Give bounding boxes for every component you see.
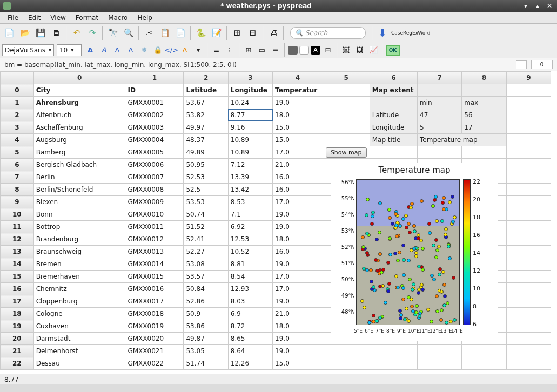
cell[interactable]: 47 <box>418 109 462 121</box>
cell[interactable] <box>506 357 551 370</box>
border-style-icon[interactable]: ▭ <box>256 44 268 56</box>
cell[interactable]: Bremerhaven <box>33 271 125 283</box>
cell[interactable]: GMXX0013 <box>125 246 184 258</box>
cell[interactable]: Bottrop <box>33 221 125 233</box>
cell[interactable]: 53.82 <box>184 109 228 121</box>
chart-icon[interactable]: 📈 <box>367 44 379 56</box>
code-icon[interactable]: </> <box>165 44 177 56</box>
cell[interactable] <box>370 146 417 159</box>
cell[interactable] <box>370 345 417 357</box>
cell[interactable]: 18.0 <box>273 233 323 246</box>
cell[interactable]: GMXX0012 <box>125 233 184 246</box>
row-header[interactable]: 3 <box>1 121 34 134</box>
row-header[interactable]: 14 <box>1 258 34 271</box>
cell[interactable]: GMXX0003 <box>125 121 184 134</box>
cell[interactable]: ID <box>125 84 184 97</box>
cell[interactable]: 16.0 <box>273 246 323 258</box>
find-icon[interactable]: 🔭 <box>106 26 120 40</box>
menu-format[interactable]: Format <box>71 13 103 23</box>
cell[interactable] <box>323 97 370 109</box>
cell[interactable]: Augsburg <box>33 134 125 146</box>
cell[interactable]: 8.65 <box>228 333 272 345</box>
case-toggle[interactable]: Case <box>391 27 403 39</box>
close-button[interactable]: ✕ <box>545 2 554 10</box>
cell[interactable]: GMXX0002 <box>125 109 184 121</box>
cell[interactable]: 21.0 <box>273 159 323 171</box>
cell[interactable] <box>370 97 417 109</box>
cell[interactable] <box>506 109 551 121</box>
cell[interactable]: 13.39 <box>228 171 272 184</box>
col-header[interactable]: 0 <box>33 72 125 84</box>
cell[interactable]: Map extent <box>370 84 417 97</box>
cell[interactable] <box>506 233 551 246</box>
cell[interactable]: 19.0 <box>273 208 323 221</box>
cell[interactable] <box>506 84 551 97</box>
menu-macro[interactable]: Macro <box>104 13 132 23</box>
cell[interactable]: 19.0 <box>273 345 323 357</box>
col-header[interactable]: 7 <box>418 72 462 84</box>
font-size-combo[interactable]: 10▾ <box>57 44 82 56</box>
col-header[interactable]: 6 <box>370 72 417 84</box>
cell[interactable]: 15.0 <box>273 121 323 134</box>
row-header[interactable]: 0 <box>1 84 34 97</box>
cell[interactable]: GMXX0011 <box>125 221 184 233</box>
underline-icon[interactable]: A <box>111 44 123 56</box>
strike-icon[interactable]: A <box>125 44 137 56</box>
cell[interactable]: 19.0 <box>273 295 323 308</box>
cell[interactable]: GMXX0015 <box>125 271 184 283</box>
cell[interactable]: 50.95 <box>184 159 228 171</box>
cell[interactable]: 5 <box>418 121 462 134</box>
row-header[interactable]: 20 <box>1 333 34 345</box>
fill-dark-icon[interactable] <box>288 46 298 55</box>
col-header[interactable]: 2 <box>184 72 228 84</box>
cell[interactable]: 8.64 <box>228 345 272 357</box>
freeze-icon[interactable]: ❄ <box>138 44 150 56</box>
cell[interactable]: 13.42 <box>228 184 272 196</box>
cell[interactable] <box>462 357 506 370</box>
cell[interactable]: 6.9 <box>228 308 272 320</box>
script-icon[interactable]: 📝 <box>210 26 224 40</box>
spreadsheet-grid[interactable]: 0 1 2 3 4 5 6 7 8 9 0 City ID Latitude L… <box>0 71 557 374</box>
cell[interactable]: 53.08 <box>184 258 228 271</box>
cell[interactable] <box>418 345 462 357</box>
cell[interactable]: 52.5 <box>184 184 228 196</box>
selected-cell[interactable]: 8.77 <box>228 109 272 121</box>
cell[interactable]: 53.53 <box>184 196 228 208</box>
cell[interactable] <box>323 121 370 134</box>
cell[interactable]: Dessau <box>33 357 125 370</box>
cell[interactable]: 56 <box>462 109 506 121</box>
cell[interactable]: 9.16 <box>228 121 272 134</box>
cell[interactable] <box>506 271 551 283</box>
col-header[interactable]: 1 <box>125 72 184 84</box>
cell[interactable] <box>418 146 462 159</box>
cell[interactable] <box>506 171 551 184</box>
cell[interactable] <box>323 84 370 97</box>
image1-icon[interactable]: 🖼 <box>340 44 352 56</box>
bold-icon[interactable]: A <box>84 44 96 56</box>
cell[interactable]: GMXX0009 <box>125 196 184 208</box>
col-header[interactable]: 5 <box>323 72 370 84</box>
font-color-icon[interactable]: A <box>179 44 191 56</box>
cell[interactable]: Delmenhorst <box>33 345 125 357</box>
cell[interactable]: 10.24 <box>228 97 272 109</box>
cell[interactable]: 15.0 <box>273 134 323 146</box>
cell[interactable]: Bremen <box>33 258 125 271</box>
python-icon[interactable]: 🐍 <box>194 26 208 40</box>
cell[interactable]: 52.86 <box>184 295 228 308</box>
open-icon[interactable]: 📂 <box>18 26 32 40</box>
cell[interactable]: 18.0 <box>273 320 323 333</box>
cell[interactable] <box>506 221 551 233</box>
cell[interactable]: GMXX0018 <box>125 308 184 320</box>
cell[interactable]: 10.89 <box>228 146 272 159</box>
insert-col-icon[interactable]: ⊟ <box>246 26 260 40</box>
row-header[interactable]: 9 <box>1 196 34 208</box>
cell[interactable]: GMXX0019 <box>125 320 184 333</box>
show-map-button[interactable]: Show map <box>326 147 367 158</box>
cell[interactable] <box>506 134 551 146</box>
cell[interactable] <box>506 159 551 171</box>
cut-icon[interactable]: ✂ <box>142 26 156 40</box>
row-header[interactable]: 16 <box>1 283 34 295</box>
cell[interactable]: 10.89 <box>228 134 272 146</box>
formula-input[interactable]: bm = basemap(lat_min, lat_max, long_min,… <box>4 61 512 69</box>
row-header[interactable]: 7 <box>1 171 34 184</box>
